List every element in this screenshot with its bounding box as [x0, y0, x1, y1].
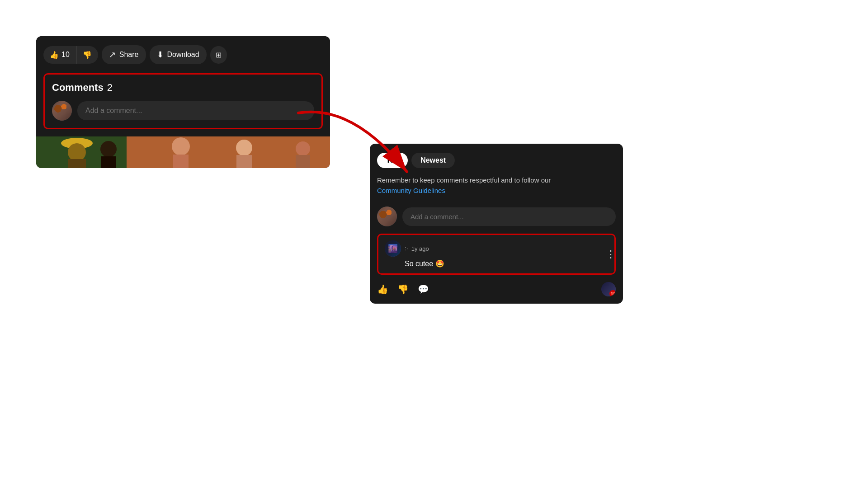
- svg-rect-12: [296, 155, 310, 168]
- comment-dislike-icon[interactable]: 👎: [397, 284, 409, 295]
- comment-card: :· 1y ago So cutee 🤩: [377, 234, 616, 275]
- comment-action-bar: 👍 👎 💬 ❤️: [370, 278, 623, 304]
- comment-meta: :· 1y ago: [405, 245, 429, 252]
- thumbs-up-icon: 👍: [50, 51, 59, 59]
- svg-point-4: [100, 141, 117, 157]
- user-avatar-2: [377, 206, 397, 226]
- reaction-heart-icon: ❤️: [609, 290, 616, 296]
- commenter-avatar-image: [385, 240, 401, 257]
- commenter-avatar: [385, 240, 401, 257]
- avatar-image-2: [377, 206, 397, 226]
- tabs-row: Top Newest: [370, 144, 623, 175]
- tab-newest-label: Newest: [420, 156, 446, 164]
- like-count: 10: [61, 51, 70, 59]
- svg-point-7: [172, 137, 190, 155]
- svg-point-9: [236, 140, 252, 156]
- thumbnail-image: [36, 136, 330, 168]
- share-icon: ↗: [109, 50, 116, 60]
- comment-card-header: :· 1y ago: [385, 240, 608, 257]
- save-button[interactable]: ⊞: [210, 46, 227, 64]
- comment-action-left: 👍 👎 💬: [377, 284, 429, 295]
- svg-rect-5: [101, 156, 116, 168]
- video-thumbnail: [36, 136, 330, 168]
- tab-newest[interactable]: Newest: [411, 153, 455, 168]
- comments-title: Comments: [52, 82, 104, 94]
- like-dislike-group: 👍 10 👎: [43, 46, 98, 64]
- reaction-avatar: ❤️: [601, 282, 616, 296]
- svg-rect-8: [173, 155, 189, 168]
- guidelines-prefix: Remember to keep comments respectful and…: [377, 176, 551, 184]
- comment-timestamp: 1y ago: [411, 245, 429, 252]
- comment-input-field[interactable]: [77, 101, 314, 120]
- comment-like-icon[interactable]: 👍: [377, 284, 388, 295]
- download-label: Download: [167, 51, 199, 59]
- share-button[interactable]: ↗ Share: [102, 45, 146, 64]
- share-label: Share: [119, 51, 139, 59]
- download-icon: ⬇: [157, 50, 164, 60]
- comment-input-row: [52, 101, 314, 121]
- svg-rect-10: [236, 155, 252, 168]
- left-panel: 👍 10 👎 ↗ Share ⬇ Download ⊞ Comments 2: [36, 36, 330, 168]
- comment-text: So cutee 🤩: [405, 259, 608, 268]
- comments-header: Comments 2: [52, 82, 314, 94]
- comment-card-wrapper: :· 1y ago So cutee 🤩 ⋮: [370, 234, 623, 275]
- user-avatar: [52, 101, 72, 121]
- avatar-image: [52, 101, 72, 121]
- dislike-button[interactable]: 👎: [76, 46, 98, 64]
- comment-reply-icon[interactable]: 💬: [418, 284, 429, 295]
- thumbs-down-icon: 👎: [83, 51, 92, 59]
- tab-top[interactable]: Top: [377, 153, 408, 168]
- comments-section: Comments 2: [43, 73, 323, 129]
- right-panel: Top Newest Remember to keep comments res…: [370, 144, 623, 304]
- comment-input-field-2[interactable]: [402, 207, 616, 226]
- comments-count: 2: [107, 82, 113, 94]
- save-icon: ⊞: [216, 51, 222, 59]
- comment-input-row-2: [370, 203, 623, 234]
- comment-username-dots: :·: [405, 245, 409, 252]
- community-guidelines-label: Community Guidelines: [377, 187, 445, 194]
- tab-top-label: Top: [386, 156, 399, 164]
- svg-point-2: [68, 143, 86, 161]
- action-bar: 👍 10 👎 ↗ Share ⬇ Download ⊞: [36, 36, 330, 73]
- like-button[interactable]: 👍 10: [43, 46, 76, 64]
- svg-point-11: [296, 141, 310, 156]
- comment-more-button[interactable]: ⋮: [606, 249, 616, 260]
- download-button[interactable]: ⬇ Download: [150, 45, 207, 64]
- guidelines-container: Remember to keep comments respectful and…: [370, 175, 623, 203]
- svg-rect-3: [68, 159, 86, 168]
- community-guidelines-link[interactable]: Community Guidelines: [377, 187, 445, 194]
